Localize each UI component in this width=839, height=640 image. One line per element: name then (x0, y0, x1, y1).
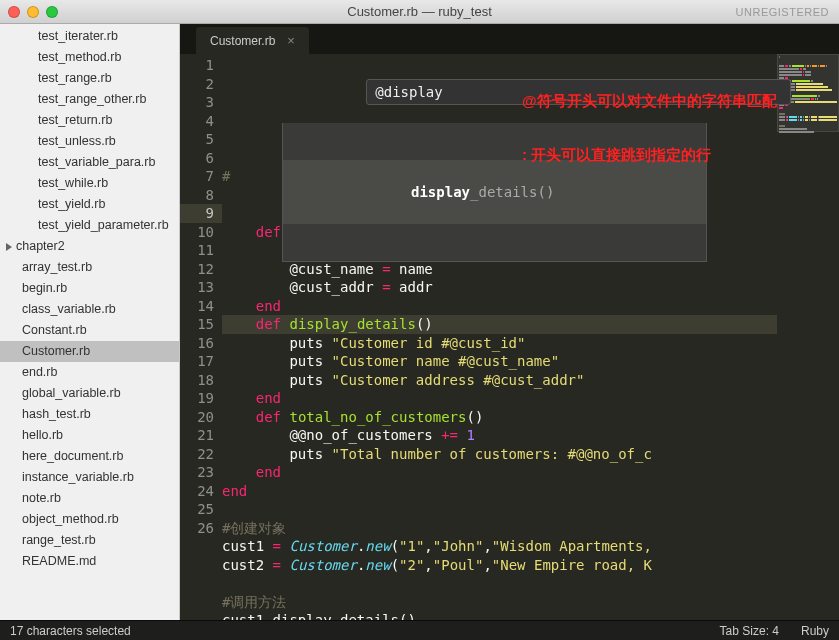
code-line[interactable]: puts "Total number of customers: #@@no_o… (222, 445, 777, 464)
window-titlebar: Customer.rb — ruby_test UNREGISTERED (0, 0, 839, 24)
status-bar: 17 characters selected Tab Size: 4 Ruby (0, 620, 839, 640)
sidebar-item[interactable]: here_document.rb (0, 446, 179, 467)
editor-area: Customer.rb × 12345678910111213141516171… (180, 24, 839, 620)
code-line[interactable]: cust2 = Customer.new("2","Poul","New Emp… (222, 556, 777, 575)
sidebar-item[interactable]: test_while.rb (0, 173, 179, 194)
sidebar-item[interactable]: range_test.rb (0, 530, 179, 551)
status-syntax[interactable]: Ruby (801, 624, 829, 638)
code-line[interactable]: end (222, 482, 777, 501)
sidebar-folder[interactable]: chapter2 (0, 236, 179, 257)
code-line[interactable]: puts "Customer id #@cust_id" (222, 334, 777, 353)
code-line[interactable]: end (222, 389, 777, 408)
annotation-line: : 开头可以直接跳到指定的行 (522, 146, 777, 164)
line-gutter: 1234567891011121314151617181920212223242… (180, 54, 222, 620)
sidebar-item[interactable]: note.rb (0, 488, 179, 509)
close-icon[interactable]: × (287, 33, 295, 48)
sidebar-item[interactable]: global_variable.rb (0, 383, 179, 404)
chevron-right-icon (6, 243, 12, 251)
sidebar-item[interactable]: test_return.rb (0, 110, 179, 131)
status-tab-size[interactable]: Tab Size: 4 (720, 624, 779, 638)
code-line[interactable]: end (222, 463, 777, 482)
status-selection: 17 characters selected (10, 624, 131, 638)
sidebar-item[interactable]: end.rb (0, 362, 179, 383)
unregistered-badge: UNREGISTERED (736, 6, 829, 18)
close-icon[interactable] (8, 6, 20, 18)
sidebar-item[interactable]: test_method.rb (0, 47, 179, 68)
sidebar-item[interactable]: array_test.rb (0, 257, 179, 278)
code-line[interactable]: #调用方法 (222, 593, 777, 612)
code-line[interactable]: @@no_of_customers += 1 (222, 426, 777, 445)
sidebar-item[interactable]: test_range.rb (0, 68, 179, 89)
editor-body[interactable]: 1234567891011121314151617181920212223242… (180, 54, 839, 620)
code-content[interactable]: display_details() @符号开头可以对文件中的字符串匹配 : 开头… (222, 54, 777, 620)
sidebar-item[interactable]: hello.rb (0, 425, 179, 446)
window-title: Customer.rb — ruby_test (0, 4, 839, 19)
sidebar-item[interactable]: test_range_other.rb (0, 89, 179, 110)
sidebar-item[interactable]: test_yield_parameter.rb (0, 215, 179, 236)
annotation-overlay: @符号开头可以对文件中的字符串匹配 : 开头可以直接跳到指定的行 (522, 56, 777, 200)
sidebar-item[interactable]: test_yield.rb (0, 194, 179, 215)
tab-label: Customer.rb (210, 34, 275, 48)
sidebar-item[interactable]: test_iterater.rb (0, 26, 179, 47)
code-line[interactable]: #创建对象 (222, 519, 777, 538)
sidebar-item-label: chapter2 (16, 238, 65, 255)
code-line[interactable] (222, 500, 777, 519)
sidebar-item[interactable]: object_method.rb (0, 509, 179, 530)
traffic-lights (8, 6, 58, 18)
sidebar-item[interactable]: Customer.rb (0, 341, 179, 362)
sidebar-item[interactable]: instance_variable.rb (0, 467, 179, 488)
sidebar-item[interactable]: test_variable_para.rb (0, 152, 179, 173)
minimap[interactable] (777, 54, 839, 620)
code-line[interactable] (222, 574, 777, 593)
code-line[interactable]: cust1.display_details() (222, 611, 777, 620)
tab-customer-rb[interactable]: Customer.rb × (196, 27, 309, 54)
tab-bar: Customer.rb × (180, 24, 839, 54)
sidebar-item[interactable]: Constant.rb (0, 320, 179, 341)
maximize-icon[interactable] (46, 6, 58, 18)
sidebar-item[interactable]: hash_test.rb (0, 404, 179, 425)
code-line[interactable]: puts "Customer address #@cust_addr" (222, 371, 777, 390)
sidebar-item[interactable]: begin.rb (0, 278, 179, 299)
sidebar-item[interactable]: README.md (0, 551, 179, 572)
code-line[interactable]: def total_no_of_customers() (222, 408, 777, 427)
sidebar-item[interactable]: class_variable.rb (0, 299, 179, 320)
sidebar-item[interactable]: test_unless.rb (0, 131, 179, 152)
code-line[interactable]: cust1 = Customer.new("1","John","Wisdom … (222, 537, 777, 556)
code-line[interactable]: puts "Customer name #@cust_name" (222, 352, 777, 371)
minimize-icon[interactable] (27, 6, 39, 18)
annotation-line: @符号开头可以对文件中的字符串匹配 (522, 92, 777, 110)
file-sidebar[interactable]: test_iterater.rbtest_method.rbtest_range… (0, 24, 180, 620)
code-line[interactable]: def display_details() (222, 315, 777, 334)
code-line[interactable]: end (222, 297, 777, 316)
goto-match: display (411, 184, 470, 200)
